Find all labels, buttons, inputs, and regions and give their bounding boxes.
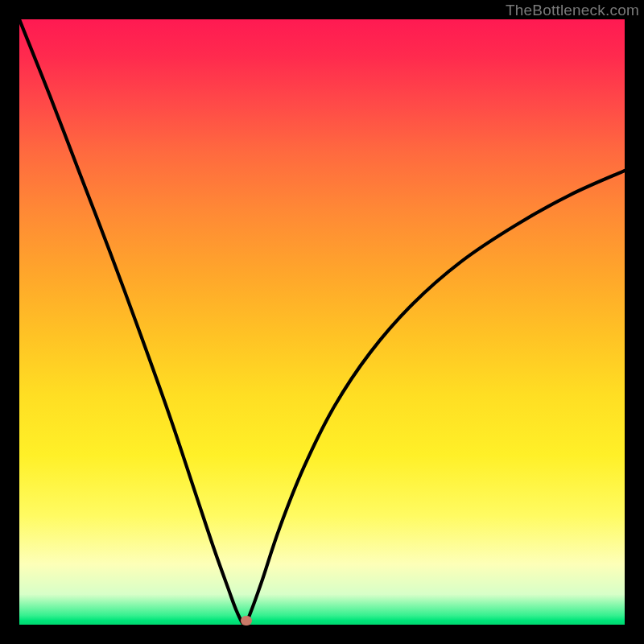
- minimum-marker: [241, 616, 252, 625]
- chart-frame: TheBottleneck.com: [0, 0, 644, 644]
- chart-plot-area: [19, 19, 625, 625]
- bottleneck-curve: [19, 19, 625, 625]
- watermark-text: TheBottleneck.com: [506, 2, 639, 19]
